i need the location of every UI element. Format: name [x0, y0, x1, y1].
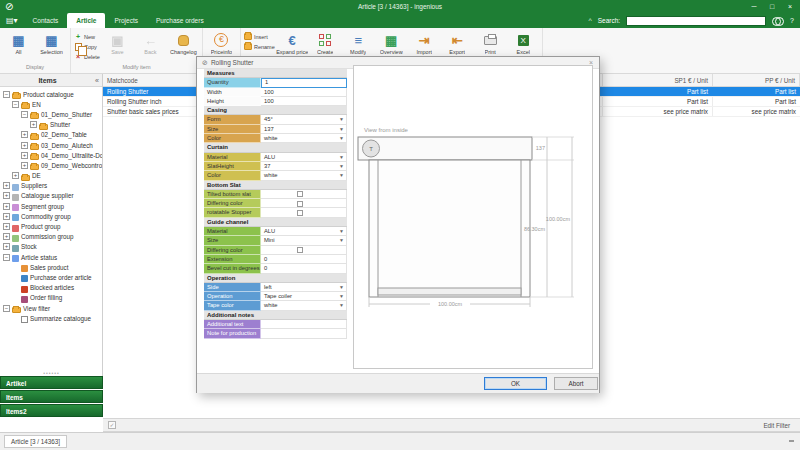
tree-item-shutter[interactable]: +Shutter: [0, 120, 102, 130]
param-value[interactable]: [261, 190, 347, 199]
param-row-material[interactable]: MaterialALU▼: [204, 153, 347, 162]
param-row-material[interactable]: MaterialALU▼: [204, 227, 347, 236]
chevron-down-icon[interactable]: ▼: [339, 283, 344, 292]
param-row-operation[interactable]: OperationTape coiler▼: [204, 292, 347, 301]
binoculars-icon[interactable]: [772, 17, 784, 25]
param-value[interactable]: left▼: [261, 283, 347, 292]
sidebar-collapse-icon[interactable]: «: [95, 77, 102, 84]
expander-icon[interactable]: +: [21, 152, 28, 159]
chevron-down-icon[interactable]: ▼: [339, 171, 344, 180]
chevron-down-icon[interactable]: ▼: [339, 227, 344, 236]
chevron-down-icon[interactable]: ▼: [339, 153, 344, 162]
param-value[interactable]: 0: [261, 255, 347, 264]
param-value[interactable]: 100: [261, 88, 347, 97]
param-value[interactable]: white▼: [261, 301, 347, 310]
tab-contacts[interactable]: Contacts: [24, 13, 68, 28]
tab-purchase-orders[interactable]: Purchase orders: [147, 13, 213, 28]
expander-icon[interactable]: +: [3, 243, 10, 250]
all-button[interactable]: ▦All: [3, 30, 34, 62]
tree-item-suppliers[interactable]: +Suppliers: [0, 181, 102, 191]
abort-button[interactable]: Abort: [554, 377, 598, 390]
changelog-button[interactable]: Changelog: [168, 30, 199, 62]
param-row-slatheight[interactable]: SlatHeight37▼: [204, 162, 347, 171]
expander-icon[interactable]: +: [3, 213, 10, 220]
param-row-quantity[interactable]: Quantity1: [204, 78, 347, 87]
param-row-form[interactable]: Form45°▼: [204, 115, 347, 124]
expander-icon[interactable]: −: [21, 111, 28, 118]
tree-item-blocked-articles[interactable]: +Blocked articles: [0, 283, 102, 293]
param-row-additional-text[interactable]: Additional text: [204, 320, 347, 329]
expander-icon[interactable]: +: [30, 121, 37, 128]
tree-item-view-filter[interactable]: −View filter: [0, 303, 102, 313]
expander-icon[interactable]: −: [12, 101, 19, 108]
ok-button[interactable]: OK: [484, 377, 547, 390]
param-value[interactable]: 37▼: [261, 162, 347, 171]
param-value[interactable]: Tape coiler▼: [261, 292, 347, 301]
tree-item-order-filling[interactable]: +Order filling: [0, 293, 102, 303]
edit-filter-link[interactable]: Edit Filter: [763, 422, 790, 429]
filter-checkbox-icon[interactable]: ✓: [108, 421, 116, 429]
checkbox[interactable]: [297, 201, 303, 207]
param-row-extension[interactable]: Extension0: [204, 255, 347, 264]
app-menu-icon[interactable]: ▤▾: [0, 13, 24, 28]
tree-item-02-demo-table[interactable]: +02_Demo_Table: [0, 130, 102, 140]
tree-item-03-demo-alutech[interactable]: +03_Demo_Alutech: [0, 140, 102, 150]
tree-item-segment-group[interactable]: +Segment group: [0, 201, 102, 211]
resize-grip[interactable]: [789, 440, 794, 442]
expander-icon[interactable]: +: [3, 192, 10, 199]
chevron-down-icon[interactable]: ▼: [339, 162, 344, 171]
chevron-down-icon[interactable]: ▼: [339, 301, 344, 310]
param-value[interactable]: ALU▼: [261, 153, 347, 162]
expander-icon[interactable]: +: [21, 162, 28, 169]
param-value[interactable]: [261, 246, 347, 255]
panel-items2[interactable]: Items2: [0, 404, 103, 417]
column-header-pp[interactable]: PP € / Unit: [713, 74, 800, 86]
param-row-height[interactable]: Height100: [204, 97, 347, 106]
param-row-differing-color[interactable]: Differing color: [204, 199, 347, 208]
param-row-tape-color[interactable]: Tape colorwhite▼: [204, 301, 347, 310]
checkbox[interactable]: [297, 210, 303, 216]
new-button[interactable]: +New: [74, 32, 100, 41]
tree-item-stock[interactable]: +Stock: [0, 242, 102, 252]
param-row-size[interactable]: Size137▼: [204, 125, 347, 134]
param-row-differing-color[interactable]: Differing color: [204, 246, 347, 255]
tab-article[interactable]: Article: [67, 13, 105, 28]
param-row-color[interactable]: Colorwhite▼: [204, 171, 347, 180]
tree-item-en[interactable]: −EN: [0, 99, 102, 109]
param-row-side[interactable]: Sideleft▼: [204, 283, 347, 292]
tree-item-sales-product[interactable]: +Sales product: [0, 262, 102, 272]
tree-item-01-demo-shutter[interactable]: −01_Demo_Shutter: [0, 109, 102, 119]
param-value[interactable]: 0: [261, 264, 347, 273]
param-value[interactable]: [261, 320, 347, 329]
tree-item-commodity-group[interactable]: +Commodity group: [0, 211, 102, 221]
expander-icon[interactable]: −: [3, 305, 10, 312]
panel-artikel[interactable]: Artikel: [0, 376, 103, 389]
param-value[interactable]: [261, 208, 347, 217]
tree-item-summarize-catalogue[interactable]: +Summarize catalogue: [0, 313, 102, 323]
tree-item-article-status[interactable]: −Article status: [0, 252, 102, 262]
tab-projects[interactable]: Projects: [105, 13, 146, 28]
checkbox[interactable]: [297, 247, 303, 253]
chevron-down-icon[interactable]: ▼: [339, 125, 344, 134]
param-value[interactable]: 45°▼: [261, 115, 347, 124]
panel-items[interactable]: Items: [0, 390, 103, 403]
param-value[interactable]: ALU▼: [261, 227, 347, 236]
copy-button[interactable]: Copy: [74, 42, 100, 51]
checkbox[interactable]: [297, 191, 303, 197]
rename-button[interactable]: Rename: [244, 42, 275, 51]
close-button[interactable]: ×: [782, 0, 798, 13]
param-row-color[interactable]: Colorwhite▼: [204, 134, 347, 143]
collapse-ribbon-icon[interactable]: ^: [588, 17, 591, 24]
chevron-down-icon[interactable]: ▼: [339, 115, 344, 124]
expander-icon[interactable]: +: [3, 233, 10, 240]
param-value[interactable]: Mini▼: [261, 236, 347, 245]
minimize-button[interactable]: ─: [746, 0, 762, 13]
chevron-down-icon[interactable]: ▼: [339, 236, 344, 245]
insert-button[interactable]: Insert: [244, 32, 275, 41]
help-icon[interactable]: ?: [790, 17, 794, 24]
expander-icon[interactable]: +: [12, 172, 19, 179]
param-value[interactable]: white▼: [261, 134, 347, 143]
param-value[interactable]: white▼: [261, 171, 347, 180]
column-header-sp1[interactable]: SP1 € / Unit: [603, 74, 713, 86]
param-value[interactable]: [261, 199, 347, 208]
